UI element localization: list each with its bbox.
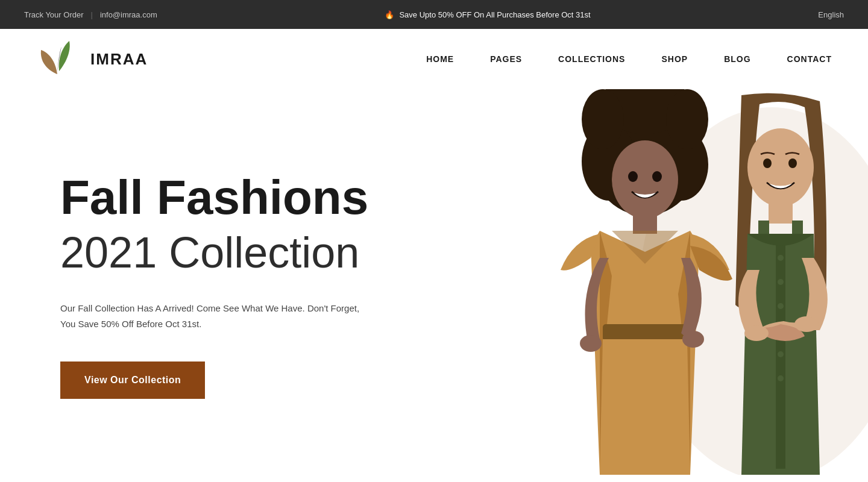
svg-point-21	[778, 255, 784, 261]
nav-link-shop[interactable]: SHOP	[661, 54, 688, 64]
svg-point-5	[582, 89, 624, 149]
nav-link-home[interactable]: HOME	[426, 54, 454, 64]
nav-menu: HOME PAGES COLLECTIONS SHOP BLOG CONTACT	[426, 54, 832, 64]
svg-point-15	[763, 158, 772, 168]
svg-rect-17	[769, 202, 793, 224]
promo-text: Save Upto 50% OFF On All Purchases Befor…	[399, 10, 590, 19]
svg-point-14	[747, 128, 814, 207]
hero-content: Fall Fashions 2021 Collection Our Fall C…	[0, 172, 374, 399]
logo[interactable]: IMRAA	[36, 38, 148, 80]
track-order-link[interactable]: Track Your Order	[24, 10, 84, 19]
woman2-figure	[735, 93, 828, 475]
promo-message: 🔥 Save Upto 50% OFF On All Purchases Bef…	[385, 10, 590, 19]
svg-rect-11	[603, 324, 687, 341]
announcement-bar: Track Your Order | info@imraa.com 🔥 Save…	[0, 0, 868, 29]
hero-visual	[482, 89, 868, 475]
main-navigation: IMRAA HOME PAGES COLLECTIONS SHOP BLOG C…	[0, 29, 868, 89]
nav-item-home[interactable]: HOME	[426, 54, 454, 64]
nav-link-blog[interactable]: BLOG	[724, 54, 750, 64]
svg-point-25	[778, 351, 784, 357]
brand-name: IMRAA	[90, 50, 148, 69]
svg-point-27	[744, 325, 769, 341]
email-link[interactable]: info@imraa.com	[100, 10, 157, 19]
logo-icon	[36, 38, 84, 80]
nav-link-contact[interactable]: CONTACT	[787, 54, 832, 64]
svg-point-8	[628, 171, 638, 182]
nav-item-pages[interactable]: PAGES	[490, 54, 522, 64]
nav-link-collections[interactable]: COLLECTIONS	[558, 54, 625, 64]
svg-point-6	[666, 89, 708, 149]
nav-item-shop[interactable]: SHOP	[661, 54, 688, 64]
svg-rect-10	[633, 213, 657, 234]
nav-link-pages[interactable]: PAGES	[490, 54, 522, 64]
svg-point-13	[580, 335, 602, 352]
svg-point-23	[778, 303, 784, 309]
fire-icon: 🔥	[385, 10, 394, 19]
svg-point-7	[612, 140, 678, 219]
view-collection-button[interactable]: View Our Collection	[60, 362, 205, 399]
hero-section: Fall Fashions 2021 Collection Our Fall C…	[0, 89, 868, 482]
hero-title-line1: Fall Fashions	[60, 172, 374, 223]
svg-point-12	[682, 331, 704, 348]
nav-item-contact[interactable]: CONTACT	[787, 54, 832, 64]
divider: |	[91, 10, 93, 19]
svg-point-26	[778, 375, 784, 381]
svg-point-9	[652, 171, 662, 182]
svg-point-16	[788, 158, 797, 168]
svg-point-22	[778, 279, 784, 285]
hero-title-line2: 2021 Collection	[60, 229, 374, 277]
nav-item-collections[interactable]: COLLECTIONS	[558, 54, 625, 64]
top-bar-left: Track Your Order | info@imraa.com	[24, 10, 157, 19]
nav-item-blog[interactable]: BLOG	[724, 54, 750, 64]
svg-point-28	[794, 316, 819, 332]
language-selector[interactable]: English	[818, 10, 844, 19]
hero-description: Our Fall Collection Has A Arrived! Come …	[60, 301, 374, 331]
